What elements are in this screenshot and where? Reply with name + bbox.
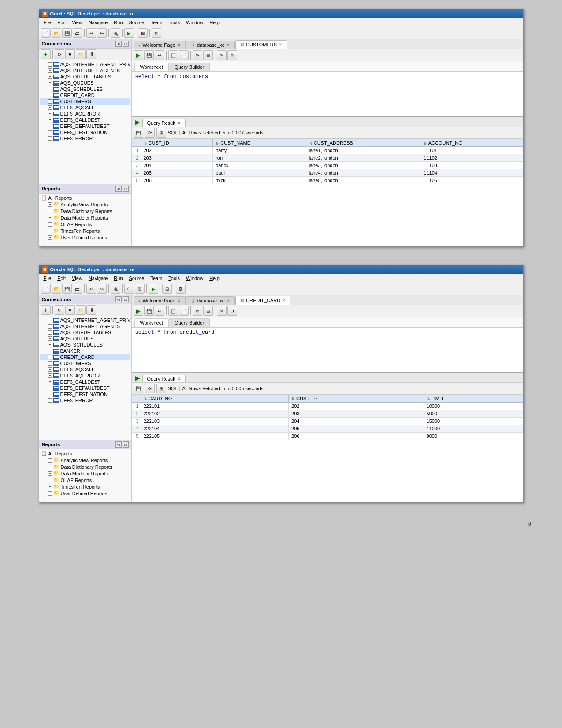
- expand-10-1[interactable]: +: [48, 124, 52, 128]
- menu-navigate-1[interactable]: Navigate: [86, 19, 110, 26]
- menu-file-1[interactable]: File: [41, 19, 54, 26]
- conn-db-1[interactable]: 🗄: [86, 49, 96, 59]
- panel-pin-1[interactable]: ◁: [115, 41, 122, 47]
- tb-open-2[interactable]: 📂: [52, 284, 61, 294]
- expand-r4-1[interactable]: +: [48, 222, 52, 227]
- expand-11-2[interactable]: +: [48, 386, 52, 390]
- reports-min-2[interactable]: □: [123, 441, 129, 448]
- reports-tree-1[interactable]: 📋 All Reports + 📁 Analytic View Reports …: [39, 194, 131, 246]
- qr-save-1[interactable]: 💾: [134, 128, 143, 138]
- tb-save-all-2[interactable]: 🗃: [73, 284, 82, 294]
- reports-tree-2[interactable]: 📋 All Reports + 📁 Analytic View Reports …: [39, 449, 131, 502]
- tab-db-2[interactable]: 🗄 database_xe ✕: [186, 296, 235, 305]
- tab-welcome-1[interactable]: ● Welcome Page ✕: [134, 41, 186, 49]
- panel-min-1[interactable]: □: [123, 41, 129, 47]
- expand-r1-1[interactable]: +: [48, 202, 52, 207]
- tree-item-8-1[interactable]: + DEF$_AQERROR: [40, 111, 130, 117]
- et-hist-1[interactable]: ⟳: [193, 50, 202, 60]
- report-modeler-1[interactable]: + 📁 Data Modeler Reports: [40, 214, 130, 221]
- expand-4-2[interactable]: +: [48, 343, 52, 347]
- expand-r2-1[interactable]: +: [48, 209, 52, 213]
- et-hist-2[interactable]: ⟳: [193, 306, 202, 316]
- conn-filter-2[interactable]: ▼: [65, 305, 75, 315]
- report-modeler-2[interactable]: + 📁 Data Modeler Reports: [40, 470, 130, 477]
- report-analytic-1[interactable]: + 📁 Analytic View Reports: [40, 201, 130, 208]
- menu-source-1[interactable]: Source: [127, 19, 147, 26]
- tb-misc-2[interactable]: ⚙: [176, 284, 186, 294]
- et-format-1[interactable]: ✎: [217, 50, 227, 60]
- tree-item-2-1[interactable]: + AQS_QUEUE_TABLES: [40, 74, 130, 80]
- tab-db-close-2[interactable]: ✕: [227, 299, 230, 303]
- th-card-no-2[interactable]: ⇅ CARD_NO: [141, 395, 289, 403]
- tree-item-7-2[interactable]: + CUSTOMERS: [40, 360, 130, 366]
- expand-11-1[interactable]: +: [48, 130, 52, 134]
- expand-12-1[interactable]: +: [48, 136, 52, 141]
- conn-refresh-1[interactable]: ⟳: [55, 49, 64, 59]
- report-times-2[interactable]: + 📁 TimesTen Reports: [40, 483, 130, 490]
- tb-save-all-1[interactable]: 🗃: [73, 28, 82, 38]
- tb-new-2[interactable]: 📄: [41, 284, 51, 294]
- expand-ra6-2[interactable]: +: [48, 491, 52, 496]
- reports-pin-1[interactable]: ◁: [115, 186, 122, 192]
- tree-item-10-1[interactable]: + DEF$_DEFAULTDEST: [40, 123, 130, 129]
- reports-pin-2[interactable]: ◁: [115, 441, 122, 448]
- report-olap-1[interactable]: + 📁 OLAP Reports: [40, 221, 130, 228]
- et-paste-1[interactable]: 📄: [179, 50, 189, 60]
- tab-credit-card-close-2[interactable]: ✕: [282, 298, 286, 302]
- expand-4-1[interactable]: +: [48, 87, 52, 91]
- tree-item-6-1[interactable]: + CUSTOMERS: [40, 98, 130, 105]
- tab-customers-close-1[interactable]: ✕: [279, 42, 282, 47]
- editor-area-1[interactable]: select * from customers: [132, 72, 523, 116]
- qr-refresh-2[interactable]: ⟳: [145, 384, 155, 393]
- tree-item-10-2[interactable]: + DEF$_CALLDEST: [40, 379, 130, 385]
- menu-edit-1[interactable]: Edit: [55, 19, 68, 26]
- et-grid2-1[interactable]: ⊞: [203, 50, 213, 60]
- expand-8-1[interactable]: +: [48, 112, 52, 116]
- menu-team-1[interactable]: Team: [148, 19, 165, 26]
- tree-item-0-1[interactable]: + AQS_INTERNET_AGENT_PRIV: [40, 61, 130, 67]
- conn-refresh-2[interactable]: ⟳: [55, 305, 64, 315]
- report-times-1[interactable]: + 📁 TimesTen Reports: [40, 228, 130, 234]
- expand-7-1[interactable]: +: [48, 105, 52, 110]
- tb-conn-2[interactable]: 🔌: [111, 284, 120, 294]
- qr-grid-2[interactable]: ⊞: [156, 384, 166, 393]
- th-cust-name-1[interactable]: ⇅ CUST_NAME: [213, 139, 306, 147]
- menu-window-1[interactable]: Window: [183, 19, 206, 26]
- ws-tab-builder-1[interactable]: Query Builder: [169, 63, 210, 71]
- report-user-2[interactable]: + 📁 User Defined Reports: [40, 490, 130, 497]
- tb-run-icon-2[interactable]: ⚙: [124, 284, 134, 294]
- expand-0-2[interactable]: +: [48, 318, 52, 322]
- tree-item-4-2[interactable]: + AQS_SCHEDULES: [40, 342, 130, 348]
- report-user-1[interactable]: + 📁 User Defined Reports: [40, 234, 130, 241]
- et-grid2-2[interactable]: ⊞: [203, 306, 213, 316]
- expand-5-1[interactable]: +: [48, 93, 52, 97]
- expand-1-1[interactable]: +: [48, 68, 52, 73]
- et-copy-2[interactable]: 📋: [168, 306, 178, 316]
- tab-welcome-2[interactable]: ● Welcome Page ✕: [134, 296, 186, 305]
- tb-run2-2[interactable]: ⊕: [135, 284, 145, 294]
- tb-conn-1[interactable]: 🔌: [111, 28, 120, 38]
- expand-13-2[interactable]: +: [48, 398, 52, 403]
- report-all-2[interactable]: 📋 All Reports: [40, 450, 130, 457]
- expand-10-2[interactable]: +: [48, 380, 52, 384]
- report-olap-2[interactable]: + 📁 OLAP Reports: [40, 477, 130, 483]
- conn-add-1[interactable]: +: [41, 49, 51, 59]
- conn-folder-2[interactable]: 📁: [76, 305, 86, 315]
- menu-edit-2[interactable]: Edit: [55, 275, 68, 282]
- th-limit-2[interactable]: ⇅ LIMIT: [424, 395, 523, 403]
- tree-item-12-2[interactable]: + DEF$_DESTINATION: [40, 391, 130, 397]
- tb-save-1[interactable]: 💾: [62, 28, 72, 38]
- editor-area-2[interactable]: select * from credit_card: [132, 328, 523, 372]
- th-cust-id-1[interactable]: ⇅ CUST_ID: [141, 139, 213, 147]
- tree-item-13-2[interactable]: + DEF$_ERROR: [40, 397, 130, 403]
- expand-12-2[interactable]: +: [48, 392, 52, 396]
- et-rollback-2[interactable]: ↩: [155, 306, 164, 316]
- expand-ra4-2[interactable]: +: [48, 478, 52, 482]
- report-analytic-2[interactable]: + 📁 Analytic View Reports: [40, 457, 130, 463]
- tab-customers-1[interactable]: ▦ CUSTOMERS ✕: [235, 40, 287, 49]
- et-save-2[interactable]: 💾: [144, 306, 154, 316]
- tb-run3-2[interactable]: ▶: [149, 284, 158, 294]
- tree-item-0-2[interactable]: + AQS_INTERNET_AGENT_PRIV: [40, 317, 130, 323]
- expand-0-1[interactable]: +: [48, 62, 52, 67]
- tree-item-2-2[interactable]: + AQS_QUEUE_TABLES: [40, 329, 130, 336]
